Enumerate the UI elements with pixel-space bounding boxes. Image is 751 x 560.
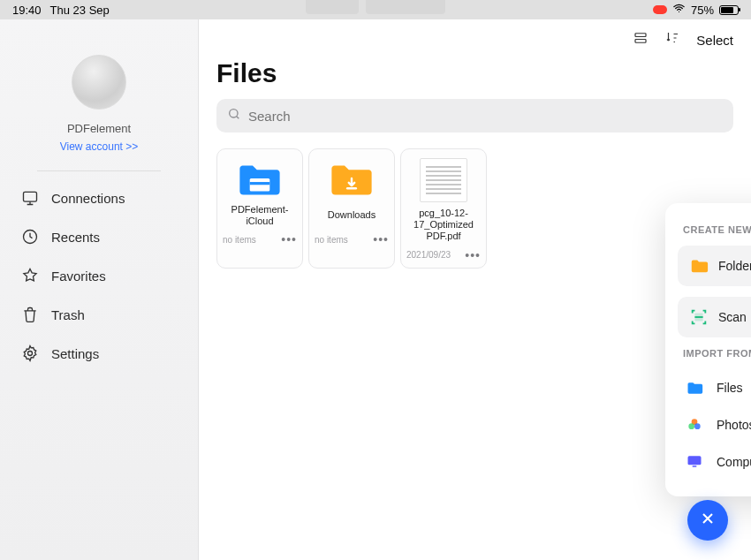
computer-icon xyxy=(685,452,704,472)
status-time: 19:40 xyxy=(12,4,42,17)
file-sub: no items xyxy=(223,235,256,245)
status-bar: 19:40 Thu 23 Sep 75% xyxy=(0,0,751,19)
nav-settings[interactable]: Settings xyxy=(21,344,177,362)
file-name: PDFelement-iCloud xyxy=(223,204,297,227)
svg-rect-4 xyxy=(635,40,646,43)
nav-label: Favorites xyxy=(51,269,106,284)
list-label: Computer xyxy=(717,455,751,469)
star-icon xyxy=(21,267,39,284)
create-new-popup: CREATE NEW Folder Blank PDF xyxy=(665,203,751,496)
file-item-doc[interactable]: pcg_10-12-17_Optimized PDF.pdf 2021/09/2… xyxy=(400,148,487,269)
scan-icon xyxy=(688,306,709,328)
main-content: Select Files PDFelement-iCloud no items … xyxy=(199,19,751,560)
svg-rect-12 xyxy=(693,465,697,467)
monitor-icon xyxy=(21,189,39,207)
wifi-icon xyxy=(672,2,686,18)
more-icon[interactable]: ••• xyxy=(373,232,389,246)
folder-icon xyxy=(329,160,375,197)
chip-label: Scan xyxy=(718,310,747,324)
file-sub: no items xyxy=(315,235,348,245)
list-label: Photos xyxy=(717,418,751,432)
svg-point-2 xyxy=(28,352,33,356)
status-date: Thu 23 Sep xyxy=(50,4,110,17)
more-icon[interactable]: ••• xyxy=(281,232,297,246)
file-item-folder[interactable]: PDFelement-iCloud no items ••• xyxy=(216,148,303,269)
import-from-title: IMPORT FROM xyxy=(683,348,751,359)
create-scan-button[interactable]: Scan xyxy=(678,297,751,337)
sort-icon[interactable] xyxy=(664,30,680,49)
svg-rect-3 xyxy=(635,34,646,37)
search-field[interactable] xyxy=(248,109,723,124)
photos-icon xyxy=(685,415,704,435)
battery-pct: 75% xyxy=(691,4,714,17)
nav-label: Connections xyxy=(51,191,125,206)
topbar: Select xyxy=(199,19,751,49)
app-name: PDFelement xyxy=(67,122,131,135)
gear-icon xyxy=(21,344,39,362)
page-title: Files xyxy=(199,49,751,99)
search-input[interactable] xyxy=(216,99,733,132)
create-new-title: CREATE NEW xyxy=(683,224,751,235)
file-name: Downloads xyxy=(328,204,376,227)
sidebar: PDFelement View account >> Connections R… xyxy=(0,19,199,560)
folder-icon xyxy=(685,378,704,397)
svg-point-9 xyxy=(688,423,694,429)
nav-recents[interactable]: Recents xyxy=(21,228,177,246)
document-thumb-icon xyxy=(420,158,467,202)
import-files-button[interactable]: Files xyxy=(678,369,751,406)
view-account-link[interactable]: View account >> xyxy=(60,140,139,153)
view-list-icon[interactable] xyxy=(633,30,649,49)
svg-point-5 xyxy=(230,110,238,117)
avatar[interactable] xyxy=(72,55,126,110)
clock-icon xyxy=(21,228,39,246)
list-label: Files xyxy=(717,381,743,395)
svg-rect-11 xyxy=(688,456,702,465)
select-button[interactable]: Select xyxy=(696,33,733,48)
nav-favorites[interactable]: Favorites xyxy=(21,267,177,284)
import-computer-button[interactable]: Computer xyxy=(678,443,751,481)
close-fab[interactable] xyxy=(687,500,728,541)
nav-label: Settings xyxy=(51,346,99,361)
file-item-folder[interactable]: Downloads no items ••• xyxy=(308,148,395,269)
battery-icon xyxy=(719,5,739,15)
nav-label: Recents xyxy=(51,230,100,245)
multitask-indicator xyxy=(306,0,445,14)
more-icon[interactable]: ••• xyxy=(465,248,481,262)
nav-connections[interactable]: Connections xyxy=(21,189,177,207)
folder-icon xyxy=(237,160,283,197)
svg-rect-0 xyxy=(24,192,37,201)
file-sub: 2021/09/23 xyxy=(406,250,451,260)
folder-icon xyxy=(688,255,709,276)
nav-trash[interactable]: Trash xyxy=(21,306,177,323)
search-icon xyxy=(227,107,241,125)
chip-label: Folder xyxy=(718,259,751,273)
close-icon xyxy=(699,510,717,531)
trash-icon xyxy=(21,306,39,323)
svg-point-10 xyxy=(694,423,701,429)
import-photos-button[interactable]: Photos xyxy=(678,406,751,443)
create-folder-button[interactable]: Folder xyxy=(678,246,751,286)
screen-record-indicator xyxy=(653,5,667,14)
nav-label: Trash xyxy=(51,307,85,322)
divider xyxy=(37,170,161,171)
file-name: pcg_10-12-17_Optimized PDF.pdf xyxy=(406,208,481,243)
